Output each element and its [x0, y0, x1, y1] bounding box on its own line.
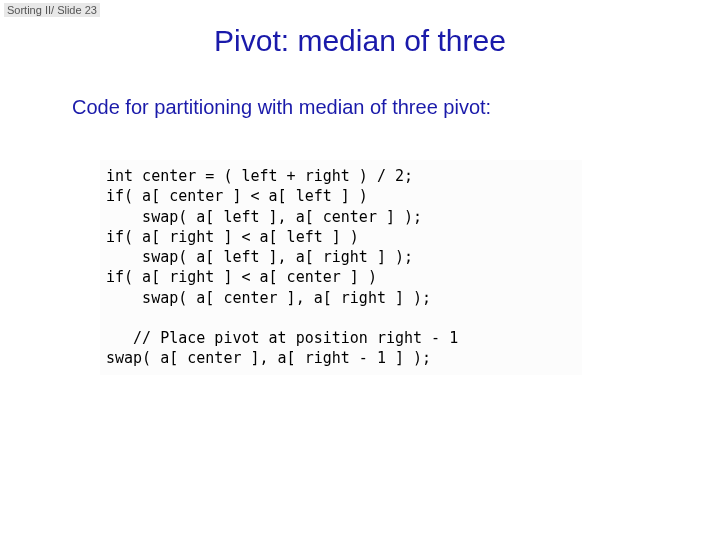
- code-block: int center = ( left + right ) / 2; if( a…: [100, 160, 582, 375]
- slide-title: Pivot: median of three: [0, 24, 720, 58]
- slide-header-label: Sorting II/ Slide 23: [4, 3, 100, 17]
- slide-subtitle: Code for partitioning with median of thr…: [72, 96, 491, 119]
